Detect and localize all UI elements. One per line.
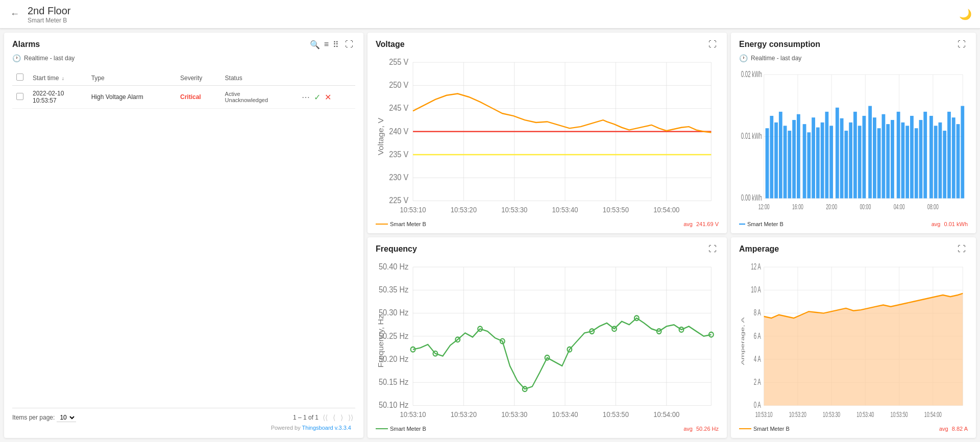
svg-rect-82 <box>919 120 923 199</box>
svg-text:255 V: 255 V <box>389 57 409 66</box>
svg-text:10:53:50: 10:53:50 <box>603 410 629 419</box>
alarms-panel: Alarms 🔍 ≡ ⠿ ⛶ 🕐 Realtime - last day Sta… <box>4 33 363 438</box>
svg-text:10:53:50: 10:53:50 <box>891 410 908 419</box>
alarms-footer: Items per page: 10 25 50 1 – 1 of 1 ⟨⟨ ⟨… <box>12 408 355 423</box>
voltage-legend-label: Smart Meter B <box>390 221 426 227</box>
svg-text:10:53:40: 10:53:40 <box>856 410 874 419</box>
amperage-legend-line <box>739 428 751 429</box>
amperage-legend-item: Smart Meter B <box>739 426 790 432</box>
voltage-avg-value: 241.69 V <box>696 221 719 227</box>
svg-text:12:00: 12:00 <box>758 202 770 211</box>
voltage-expand-button[interactable]: ⛶ <box>706 39 719 50</box>
svg-text:50.15 Hz: 50.15 Hz <box>379 377 409 386</box>
alarm-row-actions: ⋯ ✓ ✕ <box>297 86 355 109</box>
energy-expand-button[interactable]: ⛶ <box>955 39 968 50</box>
frequency-legend-item: Smart Meter B <box>376 426 426 432</box>
last-page-button[interactable]: ⟩⟩ <box>346 412 355 423</box>
sort-icon: ↓ <box>62 76 64 81</box>
alarms-title: Alarms <box>12 40 40 49</box>
back-button[interactable]: ← <box>8 7 21 21</box>
energy-realtime: 🕐 Realtime - last day <box>739 54 968 62</box>
items-per-page-select[interactable]: 10 25 50 <box>57 413 76 422</box>
voltage-legend-line <box>376 224 388 225</box>
svg-text:0 A: 0 A <box>754 401 761 410</box>
svg-rect-64 <box>836 108 839 199</box>
alarm-header-checkbox-cell <box>12 70 29 86</box>
svg-rect-62 <box>825 112 828 199</box>
svg-text:0.02 kWh: 0.02 kWh <box>741 69 762 79</box>
svg-rect-78 <box>901 122 904 199</box>
voltage-chart: 255 V 250 V 245 V 240 V 235 V 230 V 225 … <box>376 54 719 219</box>
svg-text:10 A: 10 A <box>751 285 761 294</box>
alarm-expand-button[interactable]: ⛶ <box>343 39 355 50</box>
svg-rect-49 <box>766 128 769 198</box>
svg-text:08:00: 08:00 <box>927 202 939 211</box>
svg-rect-54 <box>788 131 791 199</box>
frequency-avg: avg 50.26 Hz <box>683 426 719 432</box>
voltage-chart-area: 255 V 250 V 245 V 240 V 235 V 230 V 225 … <box>376 54 719 219</box>
alarms-realtime-label: Realtime - last day <box>24 55 75 62</box>
first-page-button[interactable]: ⟨⟨ <box>321 412 330 423</box>
alarm-col-status: Status <box>221 70 297 86</box>
alarm-columns-button[interactable]: ⠿ <box>333 40 339 50</box>
svg-rect-67 <box>849 122 852 199</box>
voltage-title: Voltage <box>376 40 405 49</box>
svg-rect-91 <box>961 106 964 199</box>
svg-rect-74 <box>882 114 886 199</box>
energy-legend-line <box>739 224 745 225</box>
theme-toggle-button[interactable]: 🌙 <box>959 8 972 20</box>
alarm-row-checkbox[interactable] <box>16 93 23 100</box>
voltage-legend-item: Smart Meter B <box>376 221 426 227</box>
svg-rect-51 <box>774 122 778 199</box>
frequency-avg-label: avg <box>683 426 693 432</box>
alarm-col-type: Type <box>87 70 176 86</box>
alarm-severity: Critical <box>176 86 221 109</box>
alarm-filter-button[interactable]: ≡ <box>324 40 329 49</box>
energy-avg: avg 0.01 kWh <box>932 221 968 227</box>
prev-page-button[interactable]: ⟨ <box>331 412 337 423</box>
header: ← 2nd Floor Smart Meter B 🌙 <box>0 0 980 29</box>
alarm-col-actions <box>297 70 355 86</box>
amperage-title: Amperage <box>739 244 779 254</box>
svg-rect-57 <box>803 124 806 198</box>
svg-rect-85 <box>934 126 938 198</box>
svg-text:235 V: 235 V <box>389 150 409 159</box>
svg-text:04:00: 04:00 <box>894 202 905 211</box>
svg-rect-83 <box>923 112 927 199</box>
svg-marker-161 <box>764 293 963 406</box>
main-grid: Voltage ⛶ 255 V <box>0 29 980 442</box>
svg-rect-55 <box>792 120 796 199</box>
voltage-legend: Smart Meter B avg 241.69 V <box>376 221 719 227</box>
alarm-more-button[interactable]: ⋯ <box>301 91 311 103</box>
svg-text:10:53:20: 10:53:20 <box>451 410 477 419</box>
svg-text:245 V: 245 V <box>389 104 409 113</box>
frequency-chart: 50.40 Hz 50.35 Hz 50.30 Hz 50.25 Hz 50.2… <box>376 259 719 424</box>
thingsboard-link[interactable]: Thingsboard v.3.3.4 <box>302 425 351 431</box>
svg-text:Voltage, V: Voltage, V <box>376 117 384 155</box>
amperage-avg-label: avg <box>939 426 948 432</box>
alarm-select-all-checkbox[interactable] <box>16 73 23 81</box>
frequency-expand-button[interactable]: ⛶ <box>706 243 719 255</box>
frequency-legend: Smart Meter B avg 50.26 Hz <box>376 426 719 432</box>
alarm-clear-button[interactable]: ✕ <box>324 91 332 103</box>
frequency-legend-label: Smart Meter B <box>390 426 426 432</box>
amperage-panel-header: Amperage ⛶ <box>739 243 968 255</box>
alarm-search-button[interactable]: 🔍 <box>310 40 320 50</box>
svg-rect-89 <box>952 117 955 198</box>
amperage-expand-button[interactable]: ⛶ <box>955 243 968 255</box>
svg-text:10:53:50: 10:53:50 <box>603 205 629 214</box>
amperage-chart-area: 12 A 10 A 8 A 6 A 4 A 2 A 0 A 10:53:10 1… <box>739 259 968 424</box>
svg-text:10:53:10: 10:53:10 <box>400 205 426 214</box>
next-page-button[interactable]: ⟩ <box>338 412 345 423</box>
amperage-chart: 12 A 10 A 8 A 6 A 4 A 2 A 0 A 10:53:10 1… <box>739 259 968 424</box>
pagination-controls: ⟨⟨ ⟨ ⟩ ⟩⟩ <box>321 412 355 423</box>
energy-panel-header: Energy consumption ⛶ <box>739 39 968 50</box>
svg-text:6 A: 6 A <box>754 331 761 340</box>
svg-rect-76 <box>891 120 894 199</box>
alarm-acknowledge-button[interactable]: ✓ <box>313 91 322 103</box>
energy-title: Energy consumption <box>739 40 820 49</box>
svg-rect-80 <box>910 116 914 199</box>
svg-rect-50 <box>770 116 773 199</box>
alarm-toolbar: 🔍 ≡ ⠿ ⛶ <box>310 39 355 50</box>
energy-realtime-label: Realtime - last day <box>751 55 801 62</box>
